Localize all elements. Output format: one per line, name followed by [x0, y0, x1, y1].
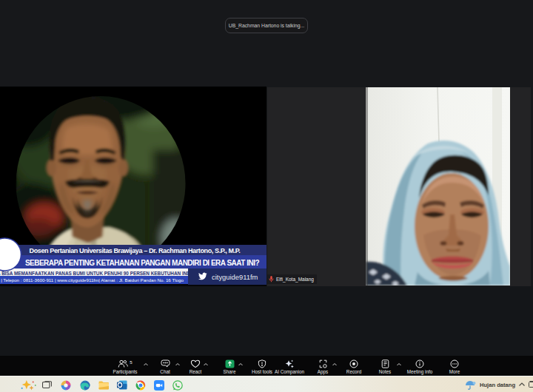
svg-text:Dosen Pertanian Universitas Br: Dosen Pertanian Universitas Brawijaya – …: [30, 247, 241, 254]
svg-text:cityguide911fm: cityguide911fm: [212, 273, 258, 281]
svg-text:SEBERAPA PENTING KETAHANAN PAN: SEBERAPA PENTING KETAHANAN PANGAN MANDIR…: [25, 259, 260, 267]
svg-text:A BISA MEMANFAATKAN PANAS BUMI: A BISA MEMANFAATKAN PANAS BUMI UNTUK PEN…: [0, 271, 198, 276]
svg-text:g | Telepon : 0811-3600-911 |: g | Telepon : 0811-3600-911 | www.citygu…: [0, 277, 184, 283]
